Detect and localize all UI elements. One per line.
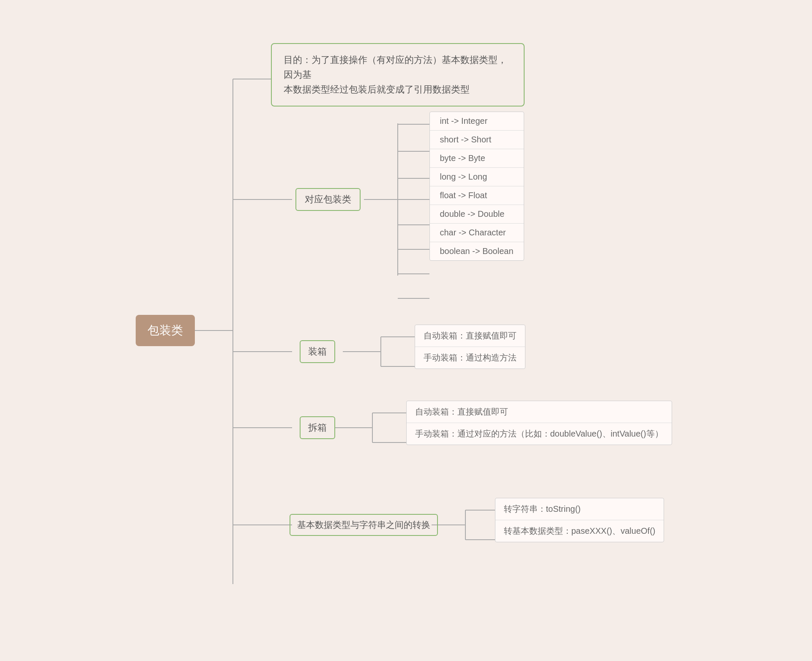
zhuangxiang-group: 自动装箱：直接赋值即可 手动装箱：通过构造方法 [415, 325, 525, 369]
zhuanhuan-item-1: 转基本数据类型：paseXXX()、valueOf() [495, 520, 664, 542]
chaixiang-items: 自动装箱：直接赋值即可 手动装箱：通过对应的方法（比如：doubleValue(… [407, 401, 672, 445]
wrapper-item-6: char -> Character [430, 224, 524, 242]
zhuanhuan-node: 基本数据类型与字符串之间的转换 [292, 512, 436, 538]
chaixiang-group: 自动装箱：直接赋值即可 手动装箱：通过对应的方法（比如：doubleValue(… [406, 401, 672, 445]
wrapper-item-1: short -> Short [430, 131, 524, 149]
zhuanhuan-item-0: 转字符串：toString() [495, 498, 664, 520]
duiying-label: 对应包装类 [295, 188, 361, 211]
description-box: 目的：为了直接操作（有对应的方法）基本数据类型，因为基 本数据类型经过包装后就变… [271, 43, 525, 107]
zhuanhuan-items: 转字符串：toString() 转基本数据类型：paseXXX()、valueO… [495, 498, 664, 542]
zhuangxiang-items: 自动装箱：直接赋值即可 手动装箱：通过构造方法 [415, 325, 525, 369]
chaixiang-node: 拆箱 [292, 415, 343, 440]
desc-line1: 目的：为了直接操作（有对应的方法）基本数据类型，因为基 [284, 55, 507, 80]
chaixiang-item-1: 手动装箱：通过对应的方法（比如：doubleValue()、intValue()… [407, 423, 672, 445]
wrapper-item-2: byte -> Byte [430, 149, 524, 168]
wrapper-item-7: boolean -> Boolean [430, 242, 524, 260]
root-node: 包装类 [131, 314, 199, 347]
duiying-node: 对应包装类 [292, 187, 364, 212]
wrapper-item-4: float -> Float [430, 186, 524, 205]
zhuangxiang-item-1: 手动装箱：通过构造方法 [415, 347, 525, 369]
zhuangxiang-label: 装箱 [300, 340, 335, 363]
zhuangxiang-node: 装箱 [292, 339, 343, 364]
zhuangxiang-item-0: 自动装箱：直接赋值即可 [415, 325, 525, 347]
wrapper-item-3: long -> Long [430, 168, 524, 186]
chaixiang-label: 拆箱 [300, 416, 335, 439]
desc-line2: 本数据类型经过包装后就变成了引用数据类型 [284, 84, 470, 95]
wrapper-item-5: double -> Double [430, 205, 524, 224]
wrapper-group: int -> Integer short -> Short byte -> By… [429, 112, 524, 261]
wrapper-item-0: int -> Integer [430, 112, 524, 131]
root-label: 包装类 [136, 315, 195, 346]
zhuanhuan-label: 基本数据类型与字符串之间的转换 [290, 514, 438, 536]
chaixiang-item-0: 自动装箱：直接赋值即可 [407, 401, 672, 423]
zhuanhuan-group: 转字符串：toString() 转基本数据类型：paseXXX()、valueO… [495, 498, 664, 542]
